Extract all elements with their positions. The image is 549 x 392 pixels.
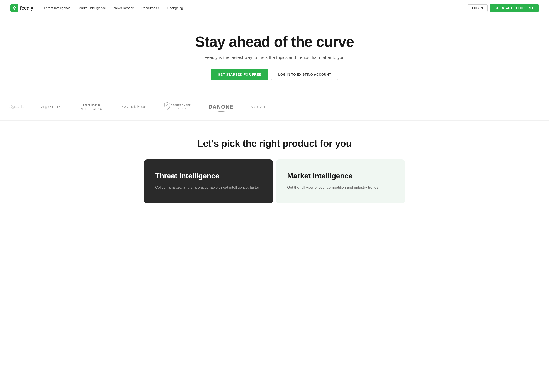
logo-insider-intelligence: INSIDERINTELLIGENCE <box>79 103 105 110</box>
nav-resources[interactable]: Resources ▾ <box>141 6 160 10</box>
product-section: Let's pick the right product for you Thr… <box>0 121 549 217</box>
nav-news-reader[interactable]: News Reader <box>114 6 134 10</box>
login-button[interactable]: LOG IN <box>468 4 488 12</box>
navbar-actions: LOG IN GET STARTED FOR FREE <box>468 4 539 12</box>
nav-menu: Threat Intelligence Market Intelligence … <box>44 6 468 10</box>
logo-verizon: verizor <box>251 104 267 110</box>
chevron-down-icon: ▾ <box>158 7 159 9</box>
hero-login-button[interactable]: LOG IN TO EXISTING ACCOUNT <box>271 69 338 80</box>
logo-netskope: netskope <box>122 104 146 109</box>
hero-title: Stay ahead of the curve <box>10 34 539 50</box>
market-intelligence-card-title: Market Intelligence <box>287 172 394 180</box>
market-intelligence-card[interactable]: Market Intelligence Get the full view of… <box>276 159 405 203</box>
nav-market-intelligence[interactable]: Market Intelligence <box>78 6 106 10</box>
get-started-nav-button[interactable]: GET STARTED FOR FREE <box>490 4 539 12</box>
logo-steria: a steria <box>9 105 24 109</box>
logos-section: a steria agenus INSIDERINTELLIGENCE nets… <box>0 93 549 121</box>
product-section-title: Let's pick the right product for you <box>17 138 532 149</box>
securecyber-shield-icon <box>164 102 171 110</box>
netskope-wave-icon <box>122 105 128 109</box>
logo-text: feedly <box>20 5 33 11</box>
navbar: feedly Threat Intelligence Market Intell… <box>0 0 549 16</box>
hero-get-started-button[interactable]: GET STARTED FOR FREE <box>211 69 269 80</box>
threat-intelligence-card-title: Threat Intelligence <box>155 172 262 180</box>
hero-section: Stay ahead of the curve Feedly is the fa… <box>0 16 549 93</box>
hero-subtitle: Feedly is the fastest way to track the t… <box>10 55 539 60</box>
market-intelligence-card-desc: Get the full view of your competition an… <box>287 184 394 190</box>
svg-point-5 <box>166 105 168 106</box>
feedly-logo-icon <box>10 4 18 12</box>
nav-threat-intelligence[interactable]: Threat Intelligence <box>44 6 70 10</box>
svg-point-1 <box>14 9 15 10</box>
threat-intelligence-card[interactable]: Threat Intelligence Collect, analyze, an… <box>144 159 273 203</box>
logo-link[interactable]: feedly <box>10 4 33 12</box>
logo-agenus: agenus <box>41 104 62 110</box>
logo-danone: DANONE <box>209 104 234 110</box>
product-cards: Threat Intelligence Collect, analyze, an… <box>144 159 405 203</box>
logos-track: a steria agenus INSIDERINTELLIGENCE nets… <box>0 102 549 112</box>
nav-changelog[interactable]: Changelog <box>167 6 183 10</box>
threat-intelligence-card-desc: Collect, analyze, and share actionable t… <box>155 184 262 190</box>
steria-icon <box>11 105 15 109</box>
logo-securecyber: SECURECYBERDEFENSE <box>164 102 191 112</box>
hero-buttons: GET STARTED FOR FREE LOG IN TO EXISTING … <box>10 69 539 80</box>
